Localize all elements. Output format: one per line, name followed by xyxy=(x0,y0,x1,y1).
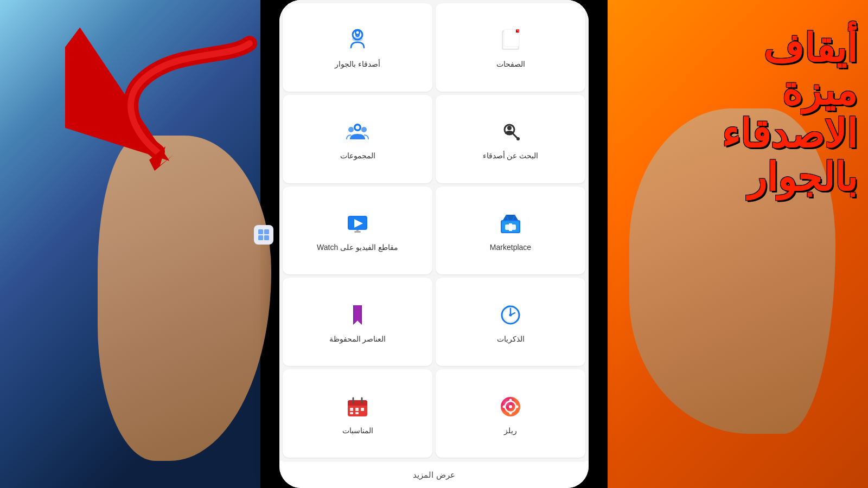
svg-point-18 xyxy=(507,126,512,130)
svg-rect-55 xyxy=(264,229,269,234)
pages-icon xyxy=(496,26,525,54)
right-overlay-text: أيقاف ميزة الاصدقاء بالجوار xyxy=(629,27,857,199)
memories-label: الذكريات xyxy=(497,335,525,343)
menu-item-reels[interactable]: ريلز xyxy=(436,369,585,458)
find-friends-label: البحث عن أصدقاء xyxy=(483,151,539,160)
show-more-button[interactable]: عرض المزيد xyxy=(283,461,585,488)
watch-icon xyxy=(343,209,372,237)
watch-label: مقاطع الفيديو على Watch xyxy=(317,243,398,252)
svg-rect-42 xyxy=(350,408,353,411)
svg-point-52 xyxy=(503,405,506,408)
svg-point-53 xyxy=(516,405,519,408)
show-more-label: عرض المزيد xyxy=(413,470,455,480)
groups-label: المجموعات xyxy=(340,151,375,160)
overlay-line4: بالجوار xyxy=(629,156,857,199)
svg-point-7 xyxy=(352,36,363,42)
menu-item-watch[interactable]: مقاطع الفيديو على Watch xyxy=(283,187,432,275)
menu-item-groups[interactable]: المجموعات xyxy=(283,95,432,183)
svg-rect-57 xyxy=(264,235,269,240)
svg-marker-31 xyxy=(354,305,361,324)
marketplace-icon xyxy=(496,209,525,237)
events-label: المناسبات xyxy=(342,426,373,435)
small-edge-icon xyxy=(254,225,273,245)
svg-point-6 xyxy=(356,31,359,34)
phone-container: أصدقاء بالجوار الصفحات xyxy=(279,0,589,488)
svg-rect-54 xyxy=(258,229,263,234)
overlay-line3: الاصدقاء xyxy=(629,113,857,156)
svg-rect-39 xyxy=(348,403,367,406)
friends-nearby-label: أصدقاء بالجوار xyxy=(335,60,380,68)
reels-icon xyxy=(496,393,525,421)
svg-point-50 xyxy=(509,399,512,401)
menu-item-events[interactable]: المناسبات xyxy=(283,369,432,458)
saved-label: العناصر المحفوظة xyxy=(329,335,386,343)
saved-icon xyxy=(343,301,372,329)
friends-nearby-icon xyxy=(343,26,372,54)
red-arrow xyxy=(65,16,282,179)
pages-label: الصفحات xyxy=(496,60,525,68)
memories-icon xyxy=(496,301,525,329)
arrow-container xyxy=(65,16,282,179)
overlay-line1: أيقاف xyxy=(629,27,857,70)
svg-rect-46 xyxy=(355,412,359,414)
svg-point-15 xyxy=(348,127,354,132)
svg-rect-44 xyxy=(361,408,364,411)
menu-item-saved[interactable]: العناصر المحفوظة xyxy=(283,278,432,366)
svg-point-20 xyxy=(516,137,520,140)
menu-item-find-friends[interactable]: البحث عن أصدقاء xyxy=(436,95,585,183)
overlay-line2: ميزة xyxy=(629,70,857,113)
menu-grid: أصدقاء بالجوار الصفحات xyxy=(279,0,589,461)
marketplace-label: Marketplace xyxy=(490,243,531,252)
svg-point-16 xyxy=(361,127,367,132)
svg-point-14 xyxy=(356,126,360,130)
find-friends-icon xyxy=(496,118,525,146)
svg-rect-25 xyxy=(356,230,359,232)
phone: أصدقاء بالجوار الصفحات xyxy=(279,0,589,488)
svg-rect-45 xyxy=(350,412,353,414)
svg-point-49 xyxy=(509,405,512,408)
svg-point-51 xyxy=(509,412,512,414)
svg-point-36 xyxy=(509,313,512,316)
menu-item-marketplace[interactable]: Marketplace xyxy=(436,187,585,275)
events-icon xyxy=(343,393,372,421)
svg-rect-29 xyxy=(509,223,512,231)
reels-label: ريلز xyxy=(504,426,517,435)
menu-item-memories[interactable]: الذكريات xyxy=(436,278,585,366)
groups-icon xyxy=(343,118,372,146)
svg-rect-56 xyxy=(258,235,263,240)
svg-rect-43 xyxy=(355,408,359,411)
phone-screen: أصدقاء بالجوار الصفحات xyxy=(279,0,589,488)
menu-item-friends-nearby[interactable]: أصدقاء بالجوار xyxy=(283,3,432,92)
menu-item-pages[interactable]: الصفحات xyxy=(436,3,585,92)
